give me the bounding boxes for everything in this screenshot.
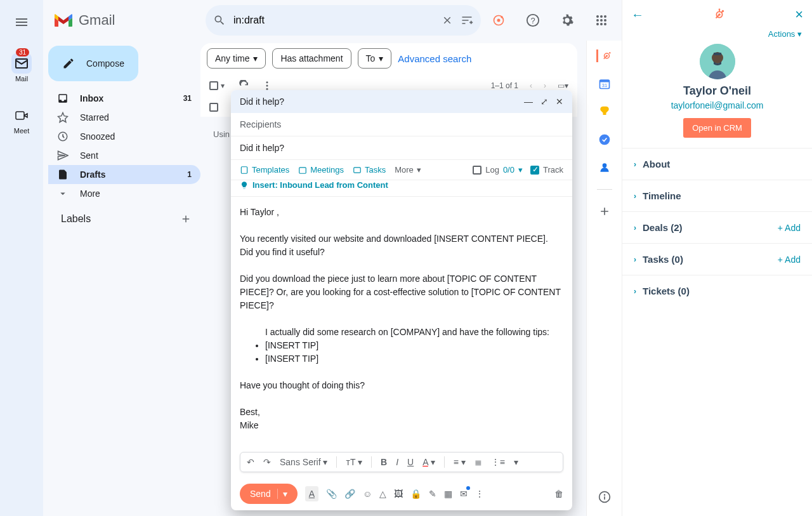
advanced-search-link[interactable]: Advanced search: [398, 53, 471, 64]
attach-icon[interactable]: 📎: [326, 489, 337, 499]
section-deals[interactable]: ›Deals (2)+ Add: [622, 211, 812, 243]
svg-rect-39: [714, 53, 721, 55]
main-menu-button[interactable]: [13, 14, 30, 30]
underline-icon[interactable]: U: [407, 457, 414, 467]
italic-icon[interactable]: I: [396, 457, 398, 467]
section-tickets[interactable]: ›Tickets (0): [622, 275, 812, 307]
nav-sent[interactable]: Sent: [48, 146, 200, 165]
link-icon[interactable]: 🔗: [344, 489, 355, 499]
add-addon-icon[interactable]: [598, 205, 611, 218]
add-task-button[interactable]: + Add: [778, 255, 801, 265]
svg-point-11: [596, 23, 599, 25]
text-color-icon[interactable]: A ▾: [422, 457, 435, 467]
compose-body[interactable]: Hi Taylor , You recently visited our web…: [231, 197, 572, 452]
svg-point-2: [501, 16, 502, 18]
task-small-icon: [353, 166, 362, 175]
back-button[interactable]: ←: [631, 8, 644, 22]
calendar-icon[interactable]: 31: [598, 77, 611, 90]
apps-icon[interactable]: [589, 8, 614, 33]
image-icon[interactable]: 🖼: [394, 489, 403, 499]
undo-icon[interactable]: ↶: [247, 457, 254, 467]
filter-has-attachment[interactable]: Has attachment: [272, 48, 351, 69]
schedule-icon[interactable]: ✉: [460, 489, 468, 499]
nav-inbox[interactable]: Inbox 31: [48, 89, 200, 108]
text-format-toggle-icon[interactable]: A: [305, 486, 318, 501]
filter-any-time[interactable]: Any time ▾: [207, 48, 266, 69]
section-tasks[interactable]: ›Tasks (0)+ Add: [622, 243, 812, 275]
prev-page-icon[interactable]: ‹: [530, 81, 532, 90]
send-options-icon[interactable]: ▾: [277, 489, 287, 499]
log-toggle[interactable]: Log 0/0 ▾: [473, 165, 523, 175]
discard-draft-icon[interactable]: 🗑: [554, 489, 563, 499]
templates-button[interactable]: Templates: [240, 165, 289, 175]
settings-icon[interactable]: [554, 8, 580, 33]
insert-snippet-link[interactable]: Insert: Inbound Lead from Content: [231, 180, 572, 197]
font-selector[interactable]: Sans Serif ▾: [280, 457, 327, 467]
rail-mail[interactable]: 31 Mail: [11, 53, 32, 83]
drive-icon[interactable]: △: [379, 489, 386, 499]
fullscreen-icon[interactable]: ⤢: [540, 96, 548, 107]
emoji-icon[interactable]: ☺: [363, 489, 372, 499]
close-panel-button[interactable]: ×: [795, 6, 803, 23]
filter-to[interactable]: To ▾: [358, 48, 392, 69]
contacts-icon[interactable]: [598, 161, 611, 174]
nav-starred[interactable]: Starred: [48, 108, 200, 127]
svg-point-1: [497, 19, 501, 22]
track-checkbox[interactable]: [530, 166, 539, 175]
align-icon[interactable]: ≡ ▾: [454, 457, 466, 467]
numbered-list-icon[interactable]: ≣: [475, 457, 482, 467]
next-page-icon[interactable]: ›: [544, 81, 546, 90]
close-icon[interactable]: ✕: [556, 96, 563, 107]
compose-button[interactable]: Compose: [48, 46, 138, 81]
recipients-field[interactable]: Recipients: [231, 113, 572, 136]
hubspot-header-icon[interactable]: [486, 8, 511, 33]
svg-text:?: ?: [530, 16, 535, 25]
layout-icon[interactable]: ▦: [444, 489, 452, 499]
select-all-checkbox[interactable]: [209, 81, 218, 90]
bullet-list-icon[interactable]: ⋮≡: [491, 457, 505, 467]
bold-icon[interactable]: B: [381, 457, 387, 467]
log-checkbox[interactable]: [473, 166, 481, 175]
signature-icon[interactable]: ✎: [429, 489, 436, 499]
section-about[interactable]: ›About: [622, 148, 812, 180]
hubspot-sprocket-icon[interactable]: [596, 50, 613, 62]
add-label-icon[interactable]: [180, 213, 192, 225]
svg-point-20: [609, 52, 610, 53]
more-format-icon[interactable]: ▾: [514, 457, 518, 467]
keep-icon[interactable]: [598, 105, 611, 118]
open-in-crm-button[interactable]: Open in CRM: [683, 118, 751, 138]
chevron-down-icon[interactable]: ▾: [221, 81, 225, 90]
font-size-icon[interactable]: тT ▾: [346, 457, 362, 467]
nav-drafts[interactable]: Drafts 1: [48, 165, 200, 184]
chevron-down-icon: ▾: [518, 165, 523, 175]
send-button[interactable]: Send▾: [240, 484, 298, 504]
meetings-button[interactable]: Meetings: [298, 165, 344, 175]
clear-search-icon[interactable]: [442, 15, 453, 26]
tasks-icon[interactable]: [598, 133, 611, 146]
search-bar[interactable]: [206, 5, 481, 36]
more-dropdown[interactable]: More ▾: [395, 165, 421, 175]
minimize-icon[interactable]: —: [524, 96, 533, 107]
search-input[interactable]: [233, 15, 434, 26]
search-options-icon[interactable]: [461, 14, 473, 27]
nav-snoozed[interactable]: Snoozed: [48, 127, 200, 146]
contact-name: Taylor O'neil: [622, 84, 812, 98]
subject-field[interactable]: Did it help?: [231, 136, 572, 160]
info-icon[interactable]: [598, 491, 611, 503]
more-options-icon[interactable]: ⋮: [475, 489, 484, 499]
contact-email[interactable]: taylorfoneil@gmail.com: [622, 100, 812, 110]
nav-more[interactable]: More: [48, 184, 200, 203]
section-timeline[interactable]: ›Timeline: [622, 180, 812, 211]
row-checkbox[interactable]: [209, 103, 218, 112]
svg-rect-29: [604, 496, 605, 499]
actions-dropdown[interactable]: Actions ▾: [622, 29, 812, 39]
add-deal-button[interactable]: + Add: [778, 223, 801, 233]
chevron-down-icon: ▾: [253, 53, 258, 63]
track-toggle[interactable]: Track: [530, 165, 563, 175]
redo-icon[interactable]: ↷: [263, 457, 271, 467]
density-icon[interactable]: ▭▾: [558, 81, 568, 90]
rail-meet[interactable]: Meet: [11, 105, 32, 135]
support-icon[interactable]: ?: [520, 8, 546, 33]
confidential-icon[interactable]: 🔒: [410, 489, 421, 499]
tasks-button[interactable]: Tasks: [353, 165, 386, 175]
